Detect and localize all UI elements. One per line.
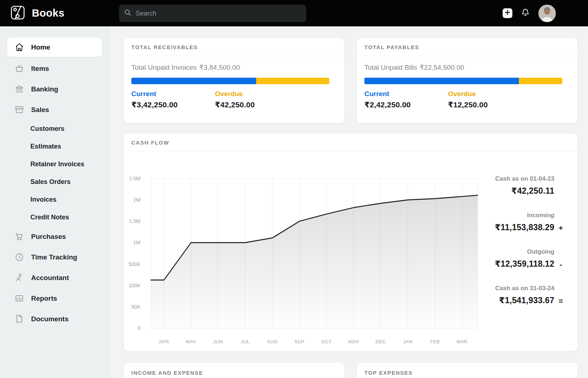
x-axis-label: APR <box>159 339 169 344</box>
receivables-current-label[interactable]: Current <box>131 90 215 98</box>
bank-icon <box>14 84 24 94</box>
sidebar-item-sales-orders[interactable]: Sales Orders <box>0 173 109 191</box>
receivables-progress-bar <box>131 78 329 84</box>
cash-flow-area <box>151 195 478 328</box>
receivables-summary-label: Total Unpaid Invoices <box>131 64 197 72</box>
dashboard: TOTAL RECEIVABLES Total Unpaid Invoices … <box>110 26 588 378</box>
sidebar-item-label: Retainer Invoices <box>30 160 84 168</box>
sidebar-item-label: Estimates <box>30 143 61 150</box>
sidebar: HomeItemsBankingSalesCustomersEstimatesR… <box>0 26 110 378</box>
document-icon <box>14 314 24 324</box>
app-header: Books <box>0 0 588 26</box>
y-axis-label: 500K <box>128 261 140 267</box>
payables-overdue-label[interactable]: Overdue <box>448 90 532 98</box>
sidebar-item-purchases[interactable]: Purchases <box>7 226 102 247</box>
summary-value: ₹1,541,933.67= <box>490 296 554 305</box>
clock-icon <box>14 252 24 262</box>
sidebar-item-retainer-invoices[interactable]: Retainer Invoices <box>0 155 109 173</box>
top-expenses-title: TOP EXPENSES <box>364 370 413 376</box>
receivables-overdue-label[interactable]: Overdue <box>215 90 299 98</box>
cash-flow-card: CASH FLOW 2.5M2M1.5M1M500K100K50K0APRMAY… <box>123 133 578 352</box>
plus-icon <box>505 10 510 17</box>
receivables-current-value: ₹3,42,250.00 <box>131 100 215 109</box>
summary-label: Cash as on 31-03-24 <box>490 285 554 292</box>
payables-title: TOTAL PAYABLES <box>364 44 419 50</box>
y-axis-label: 50K <box>131 304 141 310</box>
user-avatar[interactable] <box>538 5 556 22</box>
storefront-icon <box>14 105 24 115</box>
sidebar-item-label: Accountant <box>31 274 69 282</box>
sidebar-item-label: Home <box>31 43 50 51</box>
search-bar[interactable] <box>119 5 306 22</box>
receivables-summary-value: ₹3,84,500.00 <box>199 64 240 72</box>
payables-current-segment <box>364 78 519 84</box>
summary-label: Incoming <box>490 212 554 219</box>
sidebar-item-documents[interactable]: Documents <box>7 309 102 329</box>
basket-icon <box>14 64 24 73</box>
sidebar-item-reports[interactable]: Reports <box>7 288 102 309</box>
cash-flow-summary: Cash as on 01-04-23₹42,250.11Incoming₹11… <box>490 151 578 350</box>
cash-flow-summary-row: Cash as on 01-04-23₹42,250.11 <box>490 175 554 196</box>
cash-flow-title: CASH FLOW <box>131 139 169 146</box>
income-expense-title: INCOME AND EXPENSE <box>131 370 203 376</box>
sidebar-item-label: Documents <box>31 315 68 323</box>
payables-progress-bar <box>364 78 562 84</box>
payables-summary-label: Total Unpaid Bills <box>364 64 417 72</box>
summary-label: Cash as on 01-04-23 <box>490 175 554 182</box>
sidebar-item-invoices[interactable]: Invoices <box>0 191 109 209</box>
total-payables-card: TOTAL PAYABLES Total Unpaid Bills ₹22,54… <box>356 38 578 124</box>
summary-value: ₹12,359,118.12- <box>490 259 554 269</box>
sidebar-item-estimates[interactable]: Estimates <box>0 138 109 155</box>
sidebar-item-label: Items <box>31 65 49 73</box>
app-title: Books <box>32 7 64 19</box>
x-axis-label: JUN <box>213 339 223 344</box>
sidebar-item-label: Sales <box>31 106 49 114</box>
bell-icon <box>521 8 530 19</box>
sidebar-item-time-tracking[interactable]: Time Tracking <box>7 247 102 267</box>
y-axis-label: 1M <box>134 240 140 245</box>
quick-create-button[interactable] <box>503 8 512 18</box>
sidebar-item-sales[interactable]: Sales <box>7 99 102 120</box>
cart-icon <box>14 232 24 241</box>
sidebar-item-label: Time Tracking <box>31 253 77 261</box>
sidebar-item-label: Customers <box>30 125 64 133</box>
y-axis-label: 0 <box>138 325 140 331</box>
sidebar-item-credit-notes[interactable]: Credit Notes <box>0 209 109 226</box>
sidebar-item-items[interactable]: Items <box>7 58 102 79</box>
sidebar-item-home[interactable]: Home <box>7 38 102 57</box>
payables-overdue-value: ₹12,250.00 <box>448 100 532 109</box>
payables-summary-value: ₹22,54,500.00 <box>420 64 464 72</box>
search-icon <box>124 9 131 18</box>
notifications-button[interactable] <box>521 8 530 19</box>
sidebar-item-banking[interactable]: Banking <box>7 79 102 99</box>
receivables-current-segment <box>131 78 256 84</box>
sidebar-item-label: Purchases <box>31 233 66 241</box>
x-axis-label: FEB <box>430 339 440 344</box>
summary-value: ₹11,153,838.29+ <box>490 223 554 232</box>
x-axis-label: NOV <box>348 339 359 344</box>
payables-current-label[interactable]: Current <box>364 90 448 98</box>
sidebar-item-accountant[interactable]: Accountant <box>7 267 102 288</box>
app-logo[interactable]: Books <box>10 5 64 22</box>
y-axis-label: 100K <box>128 283 140 288</box>
y-axis-label: 2M <box>134 197 140 203</box>
total-receivables-card: TOTAL RECEIVABLES Total Unpaid Invoices … <box>123 38 345 124</box>
cash-flow-summary-row: Cash as on 31-03-24₹1,541,933.67= <box>490 285 554 305</box>
summary-value: ₹42,250.11 <box>490 186 554 196</box>
search-input[interactable] <box>135 9 301 18</box>
person-icon <box>14 273 24 283</box>
income-expense-card: INCOME AND EXPENSE <box>123 362 345 378</box>
sidebar-item-label: Banking <box>31 85 58 93</box>
summary-operator: + <box>555 223 566 233</box>
x-axis-label: MAY <box>186 339 196 344</box>
home-icon <box>14 42 24 52</box>
sidebar-item-label: Invoices <box>30 196 56 203</box>
x-axis-label: JAN <box>403 339 413 344</box>
receivables-title: TOTAL RECEIVABLES <box>131 44 198 50</box>
summary-label: Outgoing <box>490 248 554 255</box>
sidebar-item-customers[interactable]: Customers <box>0 120 109 138</box>
payables-current-value: ₹2,42,250.00 <box>364 100 448 109</box>
x-axis-label: AUG <box>267 339 278 344</box>
sidebar-item-label: Sales Orders <box>30 178 71 186</box>
x-axis-label: JUL <box>241 339 250 344</box>
